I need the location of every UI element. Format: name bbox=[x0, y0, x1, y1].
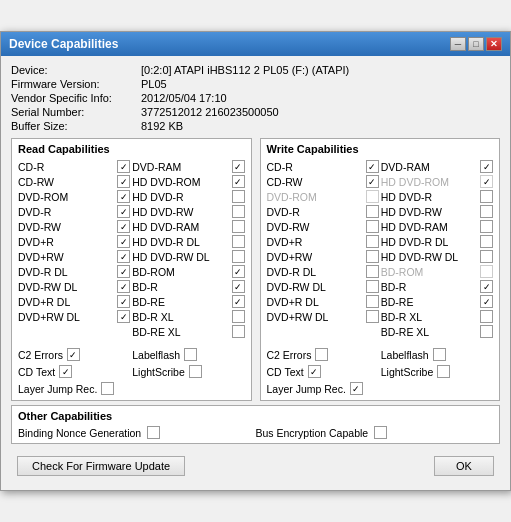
cap-checkbox[interactable] bbox=[117, 265, 130, 278]
cap-checkbox[interactable] bbox=[232, 220, 245, 233]
cap-checkbox[interactable] bbox=[480, 160, 493, 173]
bus-encrypt-check[interactable] bbox=[374, 426, 387, 439]
cap-row: DVD-R bbox=[267, 204, 379, 219]
cap-row: DVD-ROM bbox=[267, 189, 379, 204]
cap-checkbox[interactable] bbox=[366, 310, 379, 323]
extra-name: C2 Errors bbox=[267, 349, 312, 361]
extra-row: LightScribe bbox=[132, 364, 244, 379]
cap-checkbox[interactable] bbox=[366, 235, 379, 248]
extra-checkbox[interactable] bbox=[59, 365, 72, 378]
cap-row: BD-R bbox=[381, 279, 493, 294]
cap-checkbox[interactable] bbox=[480, 190, 493, 203]
cap-checkbox[interactable] bbox=[480, 280, 493, 293]
extra-checkbox[interactable] bbox=[308, 365, 321, 378]
cap-checkbox[interactable] bbox=[117, 310, 130, 323]
cap-checkbox[interactable] bbox=[117, 190, 130, 203]
extra-checkbox[interactable] bbox=[437, 365, 450, 378]
extra-row: Labelflash bbox=[132, 347, 244, 362]
extra-row: CD Text bbox=[18, 364, 130, 379]
close-button[interactable]: ✕ bbox=[486, 37, 502, 51]
cap-name: BD-R XL bbox=[132, 311, 229, 323]
extra-name: Labelflash bbox=[132, 349, 180, 361]
other-capabilities-box: Other Capabilities Binding Nonce Generat… bbox=[11, 405, 500, 444]
cap-checkbox[interactable] bbox=[480, 265, 493, 278]
cap-checkbox[interactable] bbox=[232, 235, 245, 248]
minimize-button[interactable]: ─ bbox=[450, 37, 466, 51]
bus-encrypt-item: Bus Encryption Capable bbox=[256, 426, 494, 439]
cap-checkbox[interactable] bbox=[480, 295, 493, 308]
extra-checkbox[interactable] bbox=[189, 365, 202, 378]
cap-checkbox[interactable] bbox=[117, 220, 130, 233]
cap-checkbox[interactable] bbox=[117, 250, 130, 263]
cap-checkbox[interactable] bbox=[480, 175, 493, 188]
cap-row: HD DVD-R DL bbox=[132, 234, 244, 249]
cap-checkbox[interactable] bbox=[232, 265, 245, 278]
cap-row: BD-RE bbox=[381, 294, 493, 309]
cap-checkbox[interactable] bbox=[232, 160, 245, 173]
cap-checkbox[interactable] bbox=[232, 250, 245, 263]
cap-checkbox[interactable] bbox=[232, 325, 245, 338]
extra-checkbox[interactable] bbox=[350, 382, 363, 395]
cap-checkbox[interactable] bbox=[366, 160, 379, 173]
cap-checkbox[interactable] bbox=[232, 190, 245, 203]
cap-row: DVD-RW DL bbox=[18, 279, 130, 294]
binding-nonce-check[interactable] bbox=[147, 426, 160, 439]
cap-name: HD DVD-R DL bbox=[381, 236, 478, 248]
cap-row: HD DVD-RW bbox=[132, 204, 244, 219]
extra-name: LightScribe bbox=[381, 366, 434, 378]
extra-checkbox[interactable] bbox=[184, 348, 197, 361]
cap-row: BD-R bbox=[132, 279, 244, 294]
cap-checkbox[interactable] bbox=[366, 295, 379, 308]
cap-checkbox[interactable] bbox=[480, 250, 493, 263]
maximize-button[interactable]: □ bbox=[468, 37, 484, 51]
cap-checkbox[interactable] bbox=[366, 190, 379, 203]
extra-row: LightScribe bbox=[381, 364, 493, 379]
cap-checkbox[interactable] bbox=[480, 325, 493, 338]
cap-checkbox[interactable] bbox=[117, 295, 130, 308]
extra-row: Layer Jump Rec. bbox=[18, 381, 130, 396]
extra-checkbox[interactable] bbox=[433, 348, 446, 361]
cap-checkbox[interactable] bbox=[232, 175, 245, 188]
ok-button[interactable]: OK bbox=[434, 456, 494, 476]
extra-name: Layer Jump Rec. bbox=[267, 383, 346, 395]
cap-checkbox[interactable] bbox=[366, 280, 379, 293]
cap-checkbox[interactable] bbox=[232, 295, 245, 308]
cap-checkbox[interactable] bbox=[480, 220, 493, 233]
cap-name: DVD-R DL bbox=[267, 266, 364, 278]
cap-checkbox[interactable] bbox=[480, 205, 493, 218]
cap-checkbox[interactable] bbox=[232, 310, 245, 323]
cap-name: DVD-RAM bbox=[381, 161, 478, 173]
cap-checkbox[interactable] bbox=[117, 235, 130, 248]
serial-row: Serial Number: 3772512012 216023500050 bbox=[11, 106, 500, 118]
cap-checkbox[interactable] bbox=[366, 175, 379, 188]
cap-checkbox[interactable] bbox=[117, 280, 130, 293]
cap-checkbox[interactable] bbox=[366, 250, 379, 263]
cap-checkbox[interactable] bbox=[232, 280, 245, 293]
cap-row: HD DVD-RAM bbox=[381, 219, 493, 234]
cap-checkbox[interactable] bbox=[117, 160, 130, 173]
firmware-update-button[interactable]: Check For Firmware Update bbox=[17, 456, 185, 476]
cap-checkbox[interactable] bbox=[480, 310, 493, 323]
cap-checkbox[interactable] bbox=[117, 205, 130, 218]
serial-label: Serial Number: bbox=[11, 106, 141, 118]
cap-row: BD-R XL bbox=[381, 309, 493, 324]
cap-name: BD-R bbox=[381, 281, 478, 293]
extra-checkbox[interactable] bbox=[67, 348, 80, 361]
cap-name: BD-RE bbox=[381, 296, 478, 308]
cap-name: HD DVD-ROM bbox=[132, 176, 229, 188]
cap-name: HD DVD-R DL bbox=[132, 236, 229, 248]
cap-name: BD-RE bbox=[132, 296, 229, 308]
cap-row: DVD-RW DL bbox=[267, 279, 379, 294]
cap-name: DVD-ROM bbox=[18, 191, 115, 203]
write-cap-columns: CD-RCD-RWDVD-ROMDVD-RDVD-RWDVD+RDVD+RWDV… bbox=[267, 159, 494, 339]
cap-checkbox[interactable] bbox=[366, 220, 379, 233]
extra-checkbox[interactable] bbox=[315, 348, 328, 361]
cap-checkbox[interactable] bbox=[480, 235, 493, 248]
cap-checkbox[interactable] bbox=[232, 205, 245, 218]
firmware-label: Firmware Version: bbox=[11, 78, 141, 90]
cap-checkbox[interactable] bbox=[117, 175, 130, 188]
cap-checkbox[interactable] bbox=[366, 265, 379, 278]
buffer-label: Buffer Size: bbox=[11, 120, 141, 132]
cap-checkbox[interactable] bbox=[366, 205, 379, 218]
extra-checkbox[interactable] bbox=[101, 382, 114, 395]
